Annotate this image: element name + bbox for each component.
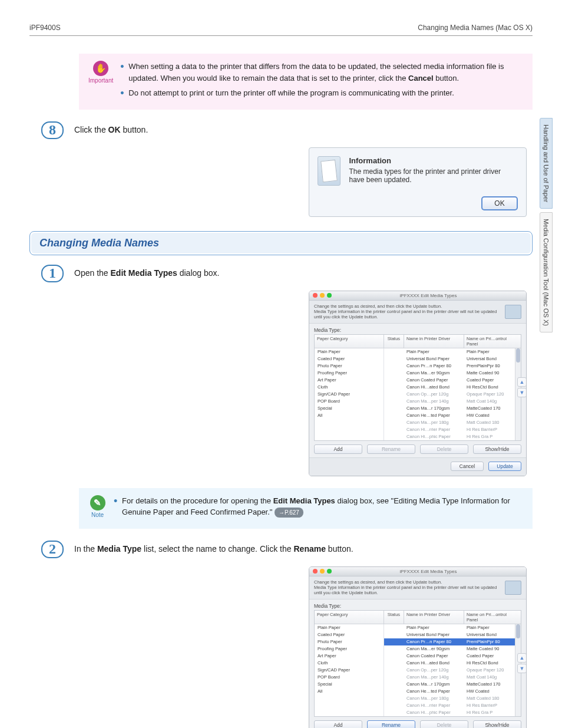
media-row[interactable]: Universal Bond Paper Universal Bond [384, 631, 515, 638]
important-icon: ✋ [93, 61, 108, 76]
show-hide-button[interactable]: Show/Hide [473, 444, 521, 454]
media-type-label: Media Type: [309, 324, 526, 334]
paper-category-item[interactable]: Art Paper [315, 377, 384, 384]
close-icon[interactable] [313, 293, 318, 298]
media-row[interactable]: Canon He…ted Paper HW Coated [384, 688, 515, 695]
dialog-subhead: Change the settings as desired, and then… [314, 304, 500, 320]
ok-button[interactable]: OK [481, 196, 518, 210]
side-tab-handling[interactable]: Handling and Use of Paper [540, 118, 553, 209]
paper-category-item[interactable]: All [315, 412, 384, 419]
delete-button[interactable]: Delete [420, 720, 468, 728]
info-title: Information [349, 156, 518, 165]
col-header-driver[interactable]: Name in Printer Driver [404, 611, 464, 624]
media-row[interactable]: Canon Ma…per 140g Matt Coat 140g [384, 398, 515, 405]
paper-category-item[interactable]: Coated Paper [315, 355, 384, 363]
paper-category-item[interactable]: Plain Paper [315, 348, 384, 355]
media-row[interactable]: Plain Paper Plain Paper [384, 624, 515, 631]
move-up-button[interactable]: ▲ [517, 377, 527, 387]
step-8-number: 8 [41, 121, 64, 139]
media-row[interactable]: Canon Op…per 120g Opaque Paper 120 [384, 391, 515, 398]
page-ref[interactable]: →P.627 [275, 508, 303, 518]
media-row[interactable]: Canon Ma…er 90gsm Matte Coated 90 [384, 370, 515, 377]
cancel-button[interactable]: Cancel [451, 462, 484, 471]
media-row[interactable]: Canon Pr…n Paper 80 PremPlainPpr 80 [384, 638, 515, 645]
update-button[interactable]: Update [488, 462, 521, 471]
col-header-category[interactable]: Paper Category [315, 611, 384, 624]
zoom-icon[interactable] [327, 293, 332, 298]
media-row[interactable]: Canon Coated Paper Coated Paper [384, 653, 515, 660]
note-label: Note [88, 512, 107, 518]
col-header-status[interactable]: Status [384, 335, 404, 348]
titlebar: iPFXXXX Edit Media Types [309, 567, 526, 577]
paper-category-item[interactable]: Sign/CAD Paper [315, 667, 384, 674]
step-2-number: 2 [41, 541, 64, 558]
dialog-title: iPFXXXX Edit Media Types [334, 569, 523, 574]
media-type-label: Media Type: [309, 599, 526, 610]
col-header-status[interactable]: Status [384, 611, 404, 624]
paper-category-item[interactable]: Cloth [315, 660, 384, 667]
paper-category-item[interactable]: Art Paper [315, 653, 384, 660]
media-row[interactable]: Canon Hi…ated Bond Hi ResCtd Bond [384, 660, 515, 667]
move-down-button[interactable]: ▼ [517, 388, 527, 397]
edit-media-types-dialog-1: iPFXXXX Edit Media Types Change the sett… [309, 291, 527, 476]
paper-category-item[interactable]: Cloth [315, 384, 384, 391]
side-tab-mct[interactable]: Media Configuration Tool (Mac OS X) [540, 212, 553, 332]
paper-category-item[interactable]: POP Board [315, 674, 384, 681]
media-row[interactable]: Canon Coated Paper Coated Paper [384, 377, 515, 384]
section-header: Changing Media Names [29, 231, 533, 255]
show-hide-button[interactable]: Show/Hide [473, 720, 521, 728]
media-row[interactable]: Canon Ma…er 90gsm Matte Coated 90 [384, 645, 515, 653]
paper-category-item[interactable]: Proofing Paper [315, 645, 384, 653]
minimize-icon[interactable] [320, 569, 325, 574]
add-button[interactable]: Add [314, 444, 362, 454]
zoom-icon[interactable] [327, 569, 332, 574]
media-row[interactable]: Universal Bond Paper Universal Bond [384, 355, 515, 363]
paper-category-item[interactable]: Special [315, 405, 384, 412]
media-row[interactable]: Canon Pr…n Paper 80 PremPlainPpr 80 [384, 363, 515, 370]
step-1-text: Open the Edit Media Types dialog box. [74, 265, 533, 279]
media-row[interactable]: Canon Ma…r 170gsm MatteCoated 170 [384, 681, 515, 688]
info-icon [318, 156, 340, 186]
media-row[interactable]: Canon Hi…rrier Paper Hi Res BarrierP [384, 702, 515, 709]
move-down-button[interactable]: ▼ [517, 664, 527, 673]
rename-button[interactable]: Rename [367, 444, 415, 454]
paper-category-item[interactable]: Sign/CAD Paper [315, 391, 384, 398]
col-header-category[interactable]: Paper Category [315, 335, 384, 348]
media-row[interactable]: Canon He…ted Paper HW Coated [384, 412, 515, 419]
media-row[interactable]: Canon Ma…per 180g Matt Coated 180 [384, 419, 515, 426]
step-2-text: In the Media Type list, select the name … [74, 541, 533, 555]
media-row[interactable]: Plain Paper Plain Paper [384, 348, 515, 355]
important-item-1: When setting a data to the printer that … [120, 61, 523, 84]
paper-category-item[interactable]: Special [315, 681, 384, 688]
media-row[interactable]: Canon Hi…phic Paper Hi Res Gra P [384, 709, 515, 716]
media-row[interactable]: Canon Ma…r 170gsm MatteCoated 170 [384, 405, 515, 412]
media-row[interactable]: Canon Hi…phic Paper Hi Res Gra P [384, 433, 515, 440]
media-row[interactable]: Canon Op…per 120g Opaque Paper 120 [384, 667, 515, 674]
paper-category-item[interactable]: Coated Paper [315, 631, 384, 638]
col-header-panel[interactable]: Name on Pri…ontrol Panel [464, 335, 521, 348]
minimize-icon[interactable] [320, 293, 325, 298]
paper-category-item[interactable]: Photo Paper [315, 363, 384, 370]
note-icon: ✎ [90, 495, 105, 510]
delete-button[interactable]: Delete [420, 444, 468, 454]
paper-category-item[interactable]: Photo Paper [315, 638, 384, 645]
step-8-text: Click the OK button. [74, 121, 533, 136]
media-row[interactable]: Canon Ma…per 140g Matt Coat 140g [384, 674, 515, 681]
paper-category-item[interactable]: POP Board [315, 398, 384, 405]
close-icon[interactable] [313, 569, 318, 574]
step-1-number: 1 [41, 265, 64, 282]
side-tabs: Handling and Use of Paper Media Configur… [540, 118, 553, 332]
add-button[interactable]: Add [314, 720, 362, 728]
media-row[interactable]: Canon Ma…per 180g Matt Coated 180 [384, 695, 515, 702]
move-up-button[interactable]: ▲ [517, 653, 527, 663]
note-callout: ✎ Note For details on the procedure for … [79, 488, 533, 529]
rename-button[interactable]: Rename [367, 720, 415, 728]
paper-category-item[interactable]: Plain Paper [315, 624, 384, 631]
col-header-driver[interactable]: Name in Printer Driver [404, 335, 464, 348]
media-row[interactable]: Canon Hi…ated Bond Hi ResCtd Bond [384, 384, 515, 391]
col-header-panel[interactable]: Name on Pri…ontrol Panel [464, 611, 521, 624]
header-left: iPF9400S [29, 24, 61, 32]
media-row[interactable]: Canon Hi…rrier Paper Hi Res BarrierP [384, 426, 515, 433]
paper-category-item[interactable]: All [315, 688, 384, 695]
paper-category-item[interactable]: Proofing Paper [315, 370, 384, 377]
